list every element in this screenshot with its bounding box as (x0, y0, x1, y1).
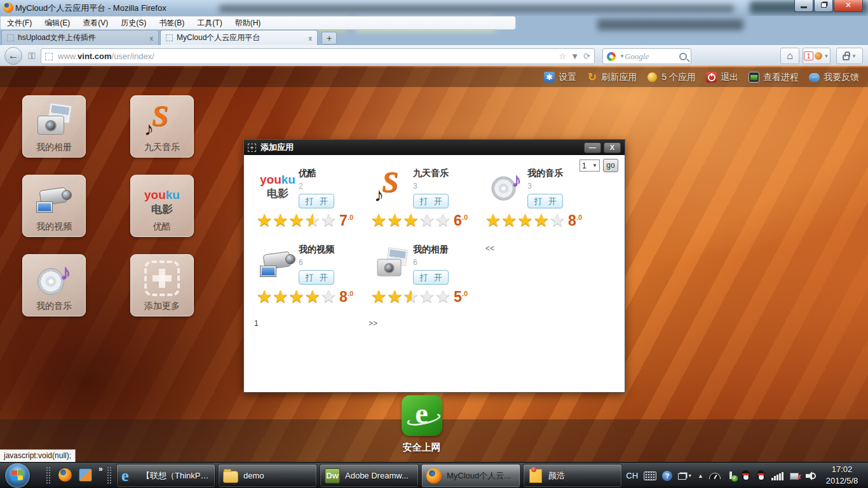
star-rating[interactable]: ★★★★★ 8.0 (257, 288, 370, 306)
star-icon[interactable]: ★ (273, 212, 288, 229)
toolbar-grip[interactable] (46, 466, 51, 484)
prev-page-link[interactable]: << (485, 244, 494, 253)
open-button[interactable]: 打 开 (413, 194, 449, 208)
star-icon[interactable]: ★ (485, 212, 501, 229)
show-hidden-icons-button[interactable]: ▲ (698, 473, 703, 479)
network-disconnected-icon[interactable]: ✗ (790, 471, 800, 480)
star-icon[interactable]: ★ (501, 212, 517, 229)
google-logo-icon[interactable] (607, 52, 616, 61)
help-icon[interactable]: ? (662, 471, 672, 481)
reload-icon[interactable]: ⟳ (583, 51, 590, 61)
feedback-button[interactable]: 我要反馈 (809, 72, 859, 83)
tile-add-more[interactable]: 添加更多 (130, 254, 194, 316)
tile-jiutian-music[interactable]: S♪ 九天音乐 (130, 95, 194, 158)
star-icon[interactable]: ★ (257, 212, 272, 229)
keyboard-icon[interactable] (644, 471, 656, 480)
new-tab-button[interactable]: + (322, 32, 337, 44)
taskbar-button-ie[interactable]: e 【联想（ThinkPa... (116, 464, 215, 487)
search-icon[interactable] (679, 53, 687, 60)
search-input[interactable] (625, 51, 679, 62)
menu-bookmarks[interactable]: 书签(B) (159, 18, 184, 29)
settings-button[interactable]: ✱设置 (544, 72, 576, 83)
refresh-apps-button[interactable]: ↻刷新应用 (587, 72, 637, 83)
star-icon[interactable]: ★ (550, 212, 565, 229)
minimize-button[interactable] (794, 0, 813, 12)
open-button[interactable]: 打 开 (527, 194, 563, 208)
star-rating[interactable]: ★★★★★ 8.0 (485, 212, 599, 229)
quicklaunch-app-icon[interactable] (79, 468, 92, 482)
tab-close-icon[interactable]: x (150, 34, 154, 42)
star-icon[interactable]: ★ (517, 212, 532, 229)
menu-file[interactable]: 文件(F) (7, 18, 32, 29)
tab-mycloud[interactable]: MyCloud个人云应用平台 x (160, 30, 318, 45)
home-button[interactable]: ⌂ (780, 48, 799, 64)
star-icon[interactable]: ★ (305, 212, 320, 229)
star-rating[interactable]: ★★★★★ 7.0 (257, 212, 370, 229)
star-rating[interactable]: ★★★★★ 5.0 (371, 288, 484, 306)
signal-strength-icon[interactable] (771, 471, 784, 480)
star-icon[interactable]: ★ (403, 212, 418, 229)
tab-close-icon[interactable]: x (309, 34, 313, 42)
star-icon[interactable]: ★ (371, 288, 386, 306)
star-icon[interactable]: ★ (403, 288, 418, 306)
open-button[interactable]: 打 开 (413, 270, 449, 285)
start-button[interactable] (5, 463, 30, 488)
star-icon[interactable]: ★ (273, 288, 288, 306)
tile-my-photos[interactable]: 我的相册 (22, 95, 86, 158)
taskbar-button-firefox[interactable]: MyCloud个人云... (421, 464, 520, 487)
dropdown-caret-icon[interactable]: ▼ (571, 51, 579, 61)
star-icon[interactable]: ★ (371, 212, 386, 229)
menu-tools[interactable]: 工具(T) (197, 18, 222, 29)
star-icon[interactable]: ★ (257, 288, 272, 306)
lock-button[interactable]: ▼ (836, 48, 863, 64)
qq-icon[interactable] (741, 470, 750, 482)
search-engine-caret-icon[interactable]: ▼ (620, 53, 625, 59)
star-icon[interactable]: ★ (288, 288, 304, 306)
gauge-icon[interactable] (709, 473, 721, 479)
dropdown-caret-icon[interactable]: ▼ (824, 53, 829, 59)
clock[interactable]: 17:02 2012/5/8 (818, 464, 865, 487)
logout-button[interactable]: 退出 (706, 72, 738, 83)
dialog-titlebar[interactable]: + 添加应用 — X (244, 140, 625, 155)
star-icon[interactable]: ★ (321, 212, 336, 229)
star-icon[interactable]: ★ (419, 288, 435, 306)
taskbar-button-sticky-note[interactable]: 颜浩 (523, 464, 622, 487)
app-count-button[interactable]: 5 个应用 (647, 72, 696, 83)
dialog-close-button[interactable]: X (604, 142, 621, 153)
next-page-link[interactable]: >> (369, 319, 377, 328)
taskbar-button-dreamweaver[interactable]: Dw Adobe Dreamw... (320, 464, 419, 487)
search-box[interactable]: ▼ (602, 48, 691, 64)
quicklaunch-firefox-icon[interactable] (58, 468, 72, 482)
firefox-titlebar[interactable]: MyCloud个人云应用平台 - Mozilla Firefox ✕ (0, 0, 868, 16)
toolbar-grip[interactable] (107, 466, 112, 484)
site-identity-key-icon[interactable]: ⚿ (24, 49, 39, 63)
star-icon[interactable]: ★ (435, 288, 451, 306)
star-rating[interactable]: ★★★★★ 6.0 (371, 212, 484, 229)
open-button[interactable]: 打 开 (299, 194, 334, 208)
overflow-chevron[interactable]: » (98, 464, 103, 473)
dropdown-caret-icon[interactable]: ▼ (851, 53, 857, 59)
star-icon[interactable]: ★ (288, 212, 304, 229)
star-icon[interactable]: ★ (387, 288, 402, 306)
volume-icon[interactable] (806, 471, 816, 480)
qq-icon[interactable] (756, 470, 766, 482)
star-icon[interactable]: ★ (387, 212, 402, 229)
safe-browse-shortcut[interactable]: e 安全上网 (391, 395, 452, 454)
back-button[interactable]: ← (4, 47, 22, 65)
star-icon[interactable]: ★ (321, 288, 336, 306)
menu-edit[interactable]: 编辑(E) (44, 18, 70, 29)
star-icon[interactable]: ★ (435, 212, 451, 229)
firebug-button[interactable]: 1 ▼ (803, 48, 831, 64)
restore-layout-icon[interactable]: ▼ (678, 471, 692, 480)
star-icon[interactable]: ★ (534, 212, 549, 229)
view-process-button[interactable]: 查看进程 (749, 72, 799, 83)
star-icon[interactable]: ★ (305, 288, 320, 306)
close-button[interactable]: ✕ (834, 0, 863, 12)
tile-my-videos[interactable]: 我的视频 (22, 175, 86, 237)
restore-button[interactable] (814, 0, 833, 12)
tile-my-music[interactable]: ♪ 我的音乐 (22, 254, 86, 316)
star-icon[interactable]: ★ (419, 212, 435, 229)
dialog-minimize-button[interactable]: — (584, 142, 601, 153)
bookmark-star-icon[interactable]: ☆ (559, 51, 567, 61)
menu-history[interactable]: 历史(S) (121, 18, 146, 29)
